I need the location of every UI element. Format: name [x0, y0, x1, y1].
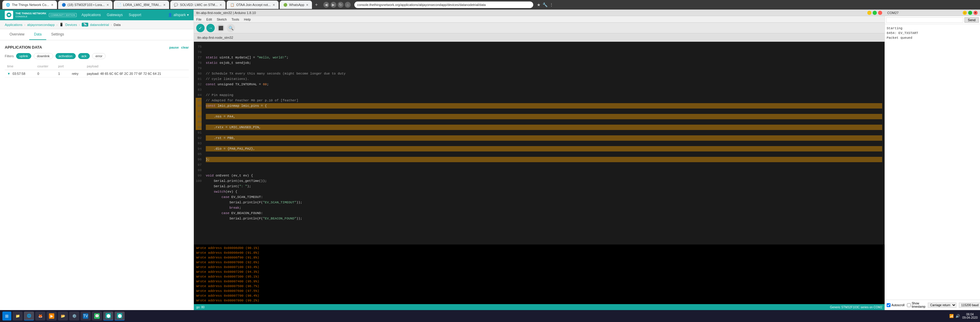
menu-edit[interactable]: Edit	[206, 17, 212, 21]
timestamp-input[interactable]	[907, 303, 911, 307]
arduino-close-btn[interactable]	[878, 11, 882, 15]
tab-close-btn2[interactable]: ✕	[107, 3, 109, 6]
serial-close-btn[interactable]: ✕	[974, 11, 978, 15]
tab-overview[interactable]: Overview	[5, 29, 29, 40]
address-bar[interactable]: console.thethingsnetwork.org/application…	[354, 2, 533, 8]
serial-input-field[interactable]	[886, 17, 963, 23]
filter-downlink[interactable]: downlink	[34, 53, 53, 59]
pause-link[interactable]: pause	[169, 46, 179, 49]
menu-help[interactable]: Help	[244, 17, 251, 21]
menu-file[interactable]: File	[196, 17, 202, 21]
debug-button[interactable]: ⬛	[216, 24, 225, 32]
filter-error[interactable]: error	[92, 53, 106, 59]
verify-button[interactable]: ✓	[196, 24, 205, 32]
time-value: 03:57:58	[13, 72, 25, 75]
taskbar-app-teamviewer[interactable]: TV	[81, 312, 91, 320]
nav-gateways[interactable]: Gateways	[107, 13, 123, 17]
tab-data[interactable]: Data	[29, 29, 46, 40]
tab-close-btn6[interactable]: ✕	[306, 3, 309, 6]
line-ending-select[interactable]: No line endingNewlineCarriage returnBoth…	[928, 303, 956, 308]
arduino-toolbar: ✓ → ⬛ 🔍	[194, 23, 885, 33]
serial-output-area: Starting 6454: EV_TXSTART Packet queued	[885, 24, 980, 300]
taskbar-app-vlc[interactable]: ▶	[46, 312, 57, 320]
menu-tools[interactable]: Tools	[231, 17, 239, 21]
baud-rate-select[interactable]: 9600 baud115200 baud	[959, 303, 980, 308]
arduino-minimize-btn[interactable]	[867, 11, 872, 15]
taskbar-app-settings[interactable]: ⚙️	[69, 312, 80, 320]
serial-send-button[interactable]: Send	[964, 17, 979, 23]
device-badge-icon: 📡	[83, 23, 87, 26]
taskbar-app-arduino1[interactable]: ⬤	[103, 312, 113, 320]
tab-label: The Things Network Co...	[12, 3, 49, 6]
serial-minimize-btn[interactable]: −	[963, 11, 967, 15]
taskbar-app-firefox[interactable]: 🦊	[35, 312, 45, 320]
filter-uplink[interactable]: uplink	[16, 53, 31, 59]
ttn-logo-text: THE THINGS NETWORK CONSOLE	[16, 12, 46, 18]
breadcrumb-device[interactable]: datanodetrial	[90, 23, 109, 27]
arduino-maximize-btn[interactable]	[873, 11, 877, 15]
tab-close-btn4[interactable]: ✕	[220, 3, 222, 6]
home-button[interactable]: ⌂	[345, 2, 351, 8]
reload-button[interactable]: ↻	[337, 2, 344, 8]
breadcrumb-applications[interactable]: Applications	[5, 23, 22, 27]
tab-stm32[interactable]: 🔵 (18) STM32F103 • Lora... ✕	[58, 1, 113, 9]
ttn-user-menu[interactable]: 👤 allspark ▾	[168, 13, 189, 17]
breadcrumb-app[interactable]: abjayonsecondapp	[27, 23, 54, 27]
code-editor-inner: 75767778 79808182 8384 85 86 87 88 89 90…	[194, 42, 885, 244]
tab-ttn[interactable]: 🌐 The Things Network Co... ✕	[2, 1, 57, 9]
filter-activation[interactable]: activation	[56, 53, 76, 59]
back-button[interactable]: ◀	[323, 2, 329, 8]
taskbar-app-explorer[interactable]: 📁	[13, 312, 23, 320]
autoscroll-input[interactable]	[887, 303, 891, 307]
serial-window-title: COM27	[887, 11, 899, 14]
tab-close-btn5[interactable]: ✕	[273, 3, 275, 6]
tab-settings[interactable]: Settings	[46, 29, 68, 40]
taskbar-app-whatsapp[interactable]: 💬	[92, 312, 102, 320]
tab-otaa[interactable]: 📋 OTAA Join Accept not... ✕	[227, 1, 278, 9]
taskbar-app-files[interactable]: 📂	[58, 312, 68, 320]
new-tab-button[interactable]: +	[313, 2, 320, 8]
menu-sketch[interactable]: Sketch	[217, 17, 227, 21]
nav-support[interactable]: Support	[129, 13, 141, 17]
tab-close-btn[interactable]: ✕	[51, 3, 53, 6]
bookmark-icon[interactable]: ★	[537, 2, 541, 7]
files-icon: 📂	[60, 313, 65, 319]
taskbar-app-chrome[interactable]: 🌐	[24, 312, 34, 320]
nav-applications[interactable]: Applications	[81, 13, 101, 17]
clock-time: 06:04	[966, 313, 974, 316]
forward-button[interactable]: ▶	[331, 2, 336, 8]
col-extra	[70, 63, 84, 70]
row-extra: retry	[70, 70, 84, 78]
timestamp-checkbox[interactable]: Show timestamp	[907, 302, 926, 308]
file-tab-label[interactable]: ttn-abp-first-node_stm32	[197, 36, 233, 40]
serial-titlebar: COM27 − □ ✕	[885, 10, 980, 16]
code-editor: 75767778 79808182 8384 85 86 87 88 89 90…	[194, 42, 885, 310]
start-button[interactable]: ⊞	[2, 312, 11, 320]
breadcrumb-devices-icon: 📱	[59, 23, 64, 27]
serial-monitor-btn[interactable]: 🔍	[227, 24, 235, 32]
autoscroll-checkbox[interactable]: Autoscroll	[887, 303, 905, 307]
upload-button[interactable]: →	[206, 24, 215, 32]
console-line-1: Wrote address 0x08006d00 (90.1%)	[196, 246, 882, 251]
serial-win-controls: − □ ✕	[963, 11, 978, 15]
expand-icon[interactable]: ▼	[7, 72, 10, 75]
breadcrumb-devices[interactable]: Devices	[65, 23, 77, 27]
code-text[interactable]: static uint8_t mydata[] = "Hello, world!…	[204, 42, 885, 244]
clear-link[interactable]: clear	[181, 46, 189, 49]
tab-solved[interactable]: 💬 SOLVED: LMIC on STM... ✕	[170, 1, 226, 9]
tab-favicon4: 💬	[174, 3, 178, 7]
serial-maximize-btn[interactable]: □	[968, 11, 972, 15]
filter-ack[interactable]: ack	[78, 53, 90, 59]
filters-label: Filters	[5, 54, 14, 58]
extension-icon[interactable]: 🔧	[542, 2, 547, 7]
tab-whatsapp[interactable]: 🟢 WhatsApp ✕	[280, 1, 312, 9]
menu-icon[interactable]: ⋮	[549, 2, 554, 7]
tab-lora[interactable]: 📄 LORA_LMIC_IBM_TRAI... ✕	[114, 1, 169, 9]
console-line-12: Wrote address 0x08007800 (99.2%)	[196, 298, 882, 303]
breadcrumb-sep1: ›	[24, 23, 25, 27]
ttn-logo: THE THINGS NETWORK CONSOLE COMMUNITY EDI…	[5, 11, 76, 19]
tab-close-btn3[interactable]: ✕	[163, 3, 165, 6]
device-badge: 📡	[82, 23, 88, 27]
taskbar-app-arduino2[interactable]: ⬤	[115, 312, 125, 320]
col-payload: payload	[84, 63, 189, 70]
